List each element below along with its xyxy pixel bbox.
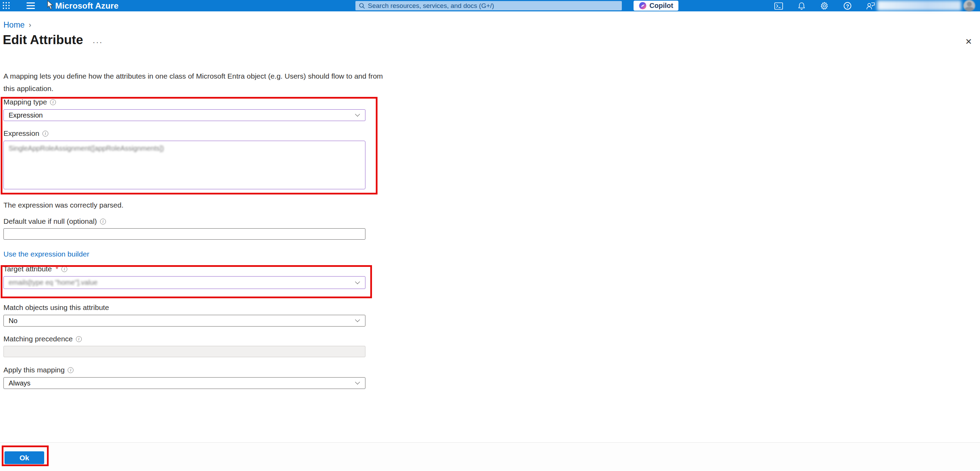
apps-grid-icon[interactable] (3, 2, 10, 10)
matching-precedence-label-row: Matching precedence (3, 335, 82, 343)
settings-gear-icon[interactable] (820, 2, 829, 10)
hamburger-menu-icon[interactable] (27, 2, 35, 9)
info-icon[interactable] (68, 367, 73, 373)
breadcrumb-chevron-icon: › (29, 21, 31, 29)
apply-mapping-value: Always (9, 379, 30, 387)
target-attribute-dropdown[interactable]: emails[type eq "home"].value (3, 276, 366, 289)
target-attribute-value: emails[type eq "home"].value (9, 279, 98, 287)
search-icon (359, 3, 365, 9)
match-objects-value: No (9, 317, 18, 325)
apply-mapping-label: Apply this mapping (3, 366, 65, 374)
footer-area (0, 443, 980, 471)
info-icon[interactable] (43, 131, 48, 136)
cloud-shell-icon[interactable] (774, 2, 783, 10)
info-icon[interactable] (76, 336, 82, 342)
avatar[interactable] (963, 0, 975, 11)
default-value-label: Default value if null (optional) (3, 217, 97, 225)
breadcrumb-home-link[interactable]: Home (3, 21, 24, 29)
required-asterisk: * (56, 265, 58, 273)
mapping-type-value: Expression (9, 111, 43, 119)
expression-textarea[interactable]: SingleAppRoleAssignment([appRoleAssignme… (3, 141, 366, 189)
feedback-icon[interactable] (866, 2, 875, 10)
account-info-blurred (877, 0, 961, 11)
expression-builder-link[interactable]: Use the expression builder (3, 250, 89, 258)
parse-status-message: The expression was correctly parsed. (3, 201, 124, 209)
search-input[interactable] (365, 1, 622, 10)
intro-text: A mapping lets you define how the attrib… (3, 70, 383, 95)
matching-precedence-input (3, 346, 366, 357)
apply-mapping-dropdown[interactable]: Always (3, 377, 366, 389)
info-icon[interactable] (50, 99, 56, 105)
top-bar: Microsoft Azure Copilot (0, 0, 980, 11)
mapping-type-dropdown[interactable]: Expression (3, 109, 366, 121)
brand-title[interactable]: Microsoft Azure (55, 1, 118, 11)
match-objects-dropdown[interactable]: No (3, 315, 366, 327)
more-options-icon[interactable]: ··· (92, 37, 103, 47)
help-icon[interactable]: ? (843, 2, 852, 10)
apply-mapping-label-row: Apply this mapping (3, 366, 73, 374)
ok-button[interactable]: Ok (5, 451, 44, 464)
intro-line-2: this application. (3, 82, 383, 95)
chevron-down-icon (356, 280, 360, 284)
azure-portal-screen: Microsoft Azure Copilot (0, 0, 980, 471)
mapping-type-label: Mapping type (3, 98, 47, 106)
breadcrumb: Home› (3, 21, 32, 30)
copilot-label: Copilot (649, 2, 673, 10)
info-icon[interactable] (61, 266, 67, 272)
chevron-down-icon (356, 380, 360, 384)
copilot-button[interactable]: Copilot (633, 1, 678, 11)
info-icon[interactable] (100, 219, 106, 224)
close-icon[interactable]: ✕ (964, 37, 974, 47)
default-value-input[interactable] (3, 228, 366, 239)
global-search (355, 1, 622, 10)
page-title: Edit Attribute (3, 33, 83, 47)
target-attribute-label: Target attribute (3, 265, 52, 273)
match-objects-label: Match objects using this attribute (3, 303, 109, 312)
chevron-down-icon (356, 113, 360, 116)
default-value-label-row: Default value if null (optional) (3, 217, 106, 225)
target-attribute-label-row: Target attribute * (3, 265, 67, 273)
match-objects-label-row: Match objects using this attribute (3, 303, 109, 312)
expression-label-row: Expression (3, 129, 48, 138)
expression-label: Expression (3, 129, 39, 138)
expression-value: SingleAppRoleAssignment([appRoleAssignme… (9, 144, 164, 152)
mouse-cursor-icon (47, 0, 54, 11)
notifications-bell-icon[interactable] (797, 2, 806, 10)
mapping-type-label-row: Mapping type (3, 98, 56, 106)
intro-line-1: A mapping lets you define how the attrib… (3, 70, 383, 82)
matching-precedence-label: Matching precedence (3, 335, 73, 343)
copilot-icon (639, 2, 647, 10)
chevron-down-icon (356, 318, 360, 322)
